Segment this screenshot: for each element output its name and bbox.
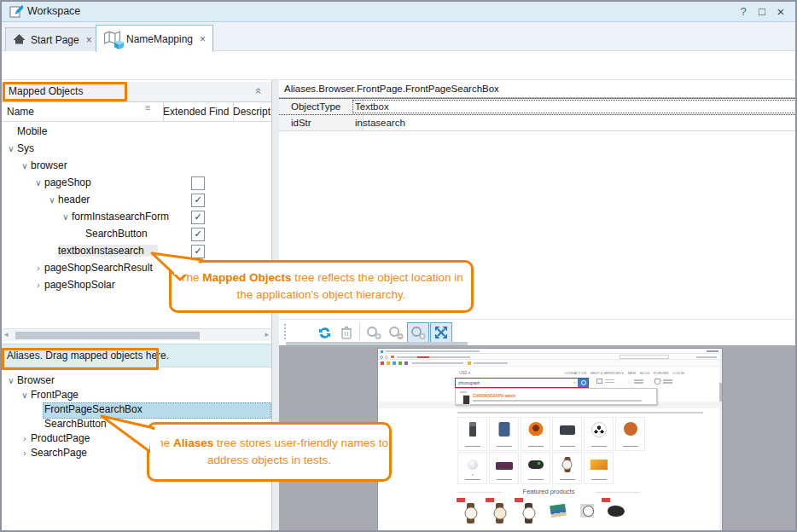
delete-image-button[interactable]: [335, 322, 358, 343]
category-grid-row2: [457, 452, 614, 484]
category-chair: [521, 417, 550, 451]
mini-search-value: chronograph: [458, 381, 480, 385]
category-giftcards: [584, 452, 614, 484]
property-row[interactable]: ObjectType Textbox: [279, 98, 797, 115]
tab-strip: Start Page × NameMapping × ▾: [2, 22, 795, 51]
tab-label: NameMapping: [126, 33, 193, 45]
callout-aliases: The Aliases tree stores user-friendly na…: [147, 422, 392, 482]
property-row[interactable]: idStr instasearch: [279, 115, 797, 131]
property-value[interactable]: Textbox: [352, 99, 797, 114]
category-ball: [457, 452, 487, 484]
extended-find-checkbox[interactable]: [191, 176, 205, 190]
featured-watch: [457, 498, 484, 530]
column-header-row: Name ≡ Extended Find Descript: [2, 102, 271, 122]
category-jeans: [489, 417, 519, 451]
help-button[interactable]: ?: [736, 4, 751, 20]
category-soccer: [584, 417, 614, 451]
nav-links: CONTACT USHELP & SERVICES ▾NEWBLOGFORUMS…: [564, 371, 684, 375]
category-watches: [552, 452, 582, 484]
zoom-in-button[interactable]: [363, 322, 385, 343]
scroll-right-icon[interactable]: ▸: [265, 330, 269, 338]
suggestion-title: CHRONOGRAPH watch: [473, 394, 515, 398]
expander[interactable]: ∨: [5, 373, 17, 388]
collapse-panel-icon[interactable]: «: [253, 88, 265, 94]
fit-to-window-button[interactable]: [430, 322, 452, 343]
compare-products-icon: [596, 379, 614, 384]
title-bar: Workspace ? □ ×: [2, 2, 795, 22]
category-gaming: [521, 452, 550, 484]
currency-select: USD ▾: [459, 371, 470, 375]
tab-namemapping[interactable]: NameMapping ×: [96, 25, 213, 52]
column-extended-find[interactable]: Extended Find: [158, 102, 234, 122]
tree-row-sys[interactable]: ∨Sys: [2, 140, 271, 157]
mini-search-suggestion: CHRONOGRAPH watch: [455, 388, 657, 405]
expander[interactable]: ›: [32, 260, 44, 277]
property-value[interactable]: instasearch: [352, 115, 797, 130]
alias-row-browser[interactable]: ∨Browser: [2, 373, 271, 388]
actual-size-button[interactable]: [407, 322, 429, 343]
featured-products-row: [457, 498, 629, 530]
extended-find-checkbox[interactable]: ✓: [191, 228, 205, 241]
mini-search-box: chronograph ×: [455, 378, 589, 388]
mapped-object-path: Aliases.Browser.FrontPage.FrontPageSearc…: [284, 84, 499, 94]
expander[interactable]: ›: [32, 277, 44, 294]
suggestion-thumbnail: [462, 395, 470, 405]
expander[interactable]: ∨: [32, 175, 44, 192]
category-bags: [552, 417, 582, 451]
mini-store-nav: USD ▾ CONTACT USHELP & SERVICES ▾NEWBLOG…: [378, 369, 722, 378]
close-button[interactable]: ×: [773, 4, 788, 20]
refresh-image-button[interactable]: [313, 322, 335, 343]
zoom-out-button[interactable]: [385, 322, 407, 343]
sort-icon[interactable]: ≡: [145, 102, 150, 113]
expander[interactable]: ∨: [19, 388, 31, 402]
tab-close-icon[interactable]: ×: [200, 33, 206, 45]
tab-start-page[interactable]: Start Page ×: [5, 27, 100, 51]
expander[interactable]: ›: [19, 446, 31, 460]
preview-toolbar: [279, 319, 797, 343]
workspace-icon: [9, 5, 23, 21]
expander[interactable]: ›: [19, 431, 31, 446]
expander[interactable]: ∨: [46, 192, 58, 209]
extended-find-checkbox[interactable]: ✓: [191, 211, 205, 224]
mini-vertical-scrollbar: [719, 349, 722, 532]
workspace-window: Workspace ? □ × Start Page × NameMapping…: [0, 0, 797, 532]
intro-paragraph-placeholder: [457, 412, 703, 413]
featured-camera: [602, 498, 629, 530]
category-grid-row1: [457, 417, 645, 451]
featured-watch: [515, 498, 542, 530]
tree-row-pageshop[interactable]: ∨pageShop: [2, 174, 271, 191]
browser-screenshot: USD ▾ CONTACT USHELP & SERVICES ▾NEWBLOG…: [377, 348, 723, 532]
maximize-button[interactable]: □: [754, 4, 770, 20]
expander[interactable]: ∨: [5, 141, 17, 158]
callout-mapped-objects: The Mapped Objects tree reflects the obj…: [169, 260, 474, 313]
tab-close-icon[interactable]: ×: [86, 34, 92, 46]
scrollbar-thumb[interactable]: [15, 332, 200, 339]
featured-watch: [486, 498, 513, 530]
namemapping-icon: [103, 31, 121, 48]
properties-table: ObjectType Textbox idStr instasearch: [279, 97, 797, 131]
column-name[interactable]: Name: [2, 102, 164, 122]
mini-favorites-bar: [378, 360, 722, 367]
tree-row-browser[interactable]: ∨browser: [2, 157, 271, 174]
annotation-box-aliases: [2, 348, 159, 370]
alias-row-frontpage[interactable]: ∨FrontPage: [2, 388, 271, 402]
main-toolbar: Add Object... Edit... Refresh Highlight …: [2, 51, 795, 80]
tree-row-textboxinstasearch[interactable]: textboxInstasearch✓: [2, 242, 271, 259]
horizontal-scrollbar[interactable]: ◂ ▸: [2, 328, 271, 341]
tree-row-mobile[interactable]: Mobile: [2, 123, 271, 140]
column-description[interactable]: Descript: [228, 102, 276, 122]
expander[interactable]: ∨: [19, 158, 31, 175]
tree-row-forminstasearch[interactable]: ∨formInstasearchForm✓: [2, 208, 271, 225]
wishlist-icon: ♡: [627, 379, 643, 385]
toolbar-grip[interactable]: [284, 324, 287, 339]
tab-label: Start Page: [31, 34, 79, 46]
home-icon: [13, 33, 26, 47]
tree-row-header[interactable]: ∨header✓: [2, 191, 271, 208]
category-mobile: [457, 417, 487, 451]
tree-row-searchbutton[interactable]: SearchButton✓: [2, 225, 271, 242]
mini-addressbar: [378, 354, 722, 360]
expander[interactable]: ∨: [60, 209, 72, 226]
scroll-left-icon[interactable]: ◂: [4, 330, 9, 338]
extended-find-checkbox[interactable]: ✓: [191, 194, 205, 207]
cart-icon: [654, 379, 672, 385]
